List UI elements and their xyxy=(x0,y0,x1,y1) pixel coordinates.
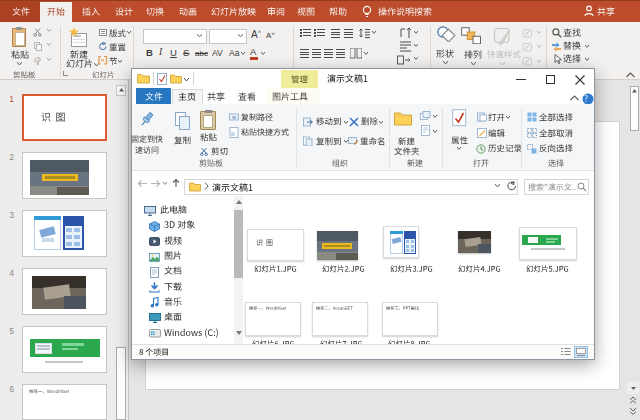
svg-text:w: w xyxy=(232,114,236,120)
